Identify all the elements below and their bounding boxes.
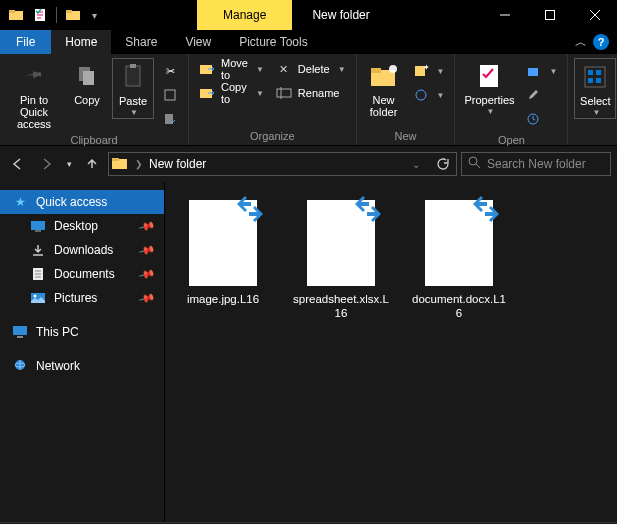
navpane-quick-access[interactable]: ★ Quick access — [0, 190, 164, 214]
cut-button[interactable]: ✂ — [158, 60, 182, 82]
paste-shortcut-icon — [162, 111, 178, 127]
properties-button[interactable]: Properties ▼ — [461, 58, 517, 117]
compress-overlay-icon — [235, 194, 265, 227]
chevron-down-icon: ▼ — [130, 109, 138, 118]
easy-access-button[interactable]: ▼ — [409, 84, 449, 106]
tab-share[interactable]: Share — [111, 30, 171, 54]
address-dropdown-icon[interactable]: ⌄ — [412, 159, 424, 170]
tab-view[interactable]: View — [171, 30, 225, 54]
compress-overlay-icon — [471, 194, 501, 227]
paste-button[interactable]: Paste ▼ — [112, 58, 154, 119]
contextual-tab-manage[interactable]: Manage — [197, 0, 292, 30]
pin-icon: 📌 — [138, 241, 157, 259]
svg-rect-32 — [596, 78, 601, 83]
help-button[interactable]: ? — [593, 34, 609, 50]
qat-dropdown-icon[interactable]: ▾ — [89, 7, 99, 23]
tab-file[interactable]: File — [0, 30, 51, 54]
svg-rect-26 — [528, 68, 538, 76]
tab-home[interactable]: Home — [51, 30, 111, 54]
ribbon-group-label: Open — [455, 134, 567, 149]
new-item-button[interactable]: ✦▼ — [409, 60, 449, 82]
rename-button[interactable]: Rename — [272, 82, 350, 104]
edit-button[interactable] — [521, 84, 561, 106]
file-item[interactable]: spreadsheet.xlsx.L16 — [293, 200, 389, 321]
recent-locations-button[interactable]: ▾ — [62, 152, 76, 176]
quick-access-toolbar: ▾ — [0, 0, 107, 30]
tab-picture-tools[interactable]: Picture Tools — [225, 30, 321, 54]
chevron-down-icon: ▼ — [487, 108, 495, 117]
new-folder-button[interactable]: New folder — [363, 58, 405, 118]
file-name: spreadsheet.xlsx.L16 — [293, 292, 389, 321]
collapse-ribbon-icon[interactable]: ︿ — [575, 34, 587, 51]
copy-button[interactable]: Copy — [66, 58, 108, 106]
svg-text:✦: ✦ — [423, 64, 429, 72]
ribbon-group-label: New — [357, 130, 455, 145]
star-icon: ★ — [12, 194, 28, 210]
paste-shortcut-button[interactable] — [158, 108, 182, 130]
search-placeholder: Search New folder — [487, 157, 586, 171]
copy-to-icon — [199, 85, 215, 101]
qat-properties-icon[interactable] — [32, 7, 48, 23]
file-item[interactable]: image.jpg.L16 — [175, 200, 271, 306]
open-button[interactable]: ▼ — [521, 60, 561, 82]
scissors-icon: ✂ — [162, 63, 178, 79]
rename-icon — [276, 85, 292, 101]
up-button[interactable] — [80, 152, 104, 176]
move-to-button[interactable]: Move to▼ — [195, 58, 268, 80]
folder-icon — [111, 155, 129, 174]
open-icon — [525, 63, 541, 79]
file-name: document.docx.L16 — [411, 292, 507, 321]
file-view[interactable]: image.jpg.L16 spreadsheet.xlsx.L16 docum… — [165, 182, 617, 522]
downloads-icon — [30, 242, 46, 258]
easy-access-icon — [413, 87, 429, 103]
svg-rect-10 — [83, 71, 94, 85]
pictures-icon — [30, 290, 46, 306]
svg-rect-6 — [545, 11, 554, 20]
navpane-desktop[interactable]: Desktop 📌 — [0, 214, 164, 238]
folder-icon — [8, 7, 24, 23]
navpane-downloads[interactable]: Downloads 📌 — [0, 238, 164, 262]
delete-button[interactable]: ✕Delete▼ — [272, 58, 350, 80]
select-button[interactable]: Select ▼ — [574, 58, 616, 119]
refresh-button[interactable] — [430, 157, 454, 171]
move-to-icon — [199, 61, 215, 77]
new-item-icon: ✦ — [413, 63, 429, 79]
forward-button[interactable] — [34, 152, 58, 176]
minimize-button[interactable] — [482, 0, 527, 30]
file-item[interactable]: document.docx.L16 — [411, 200, 507, 321]
pin-to-quick-access-button[interactable]: Pin to Quick access — [6, 58, 62, 130]
documents-icon — [30, 266, 46, 282]
search-box[interactable]: Search New folder — [461, 152, 611, 176]
svg-rect-30 — [596, 70, 601, 75]
svg-rect-1 — [9, 10, 15, 13]
ribbon-group-label: Organize — [189, 130, 356, 145]
navpane-pictures[interactable]: Pictures 📌 — [0, 286, 164, 310]
maximize-button[interactable] — [527, 0, 572, 30]
copy-path-button[interactable] — [158, 84, 182, 106]
close-button[interactable] — [572, 0, 617, 30]
copy-to-button[interactable]: Copy to▼ — [195, 82, 268, 104]
svg-point-21 — [389, 65, 397, 73]
ribbon-group-label: Clipboard — [0, 134, 188, 149]
ribbon-group-organize: Move to▼ Copy to▼ ✕Delete▼ Rename Organi… — [189, 54, 357, 145]
pin-icon — [18, 60, 50, 92]
breadcrumb-segment[interactable]: New folder — [149, 157, 206, 171]
chevron-down-icon: ▼ — [592, 109, 600, 118]
history-button[interactable] — [521, 108, 561, 130]
explorer-body: ★ Quick access Desktop 📌 Downloads 📌 Doc… — [0, 182, 617, 522]
svg-rect-12 — [130, 64, 136, 68]
navpane-network[interactable]: Network — [0, 354, 164, 378]
back-button[interactable] — [6, 152, 30, 176]
ribbon-tabs: File Home Share View Picture Tools ︿ ? — [0, 30, 617, 54]
folder-icon — [65, 7, 81, 23]
svg-rect-11 — [126, 66, 140, 86]
file-name: image.jpg.L16 — [187, 292, 259, 306]
navpane-this-pc[interactable]: This PC — [0, 320, 164, 344]
paste-icon — [117, 61, 149, 93]
navpane-documents[interactable]: Documents 📌 — [0, 262, 164, 286]
window-controls — [482, 0, 617, 30]
address-bar[interactable]: ❯ New folder ⌄ — [108, 152, 457, 176]
ribbon: Pin to Quick access Copy Paste ▼ ✂ Clipb… — [0, 54, 617, 146]
svg-rect-17 — [277, 89, 291, 97]
svg-rect-25 — [480, 65, 498, 87]
